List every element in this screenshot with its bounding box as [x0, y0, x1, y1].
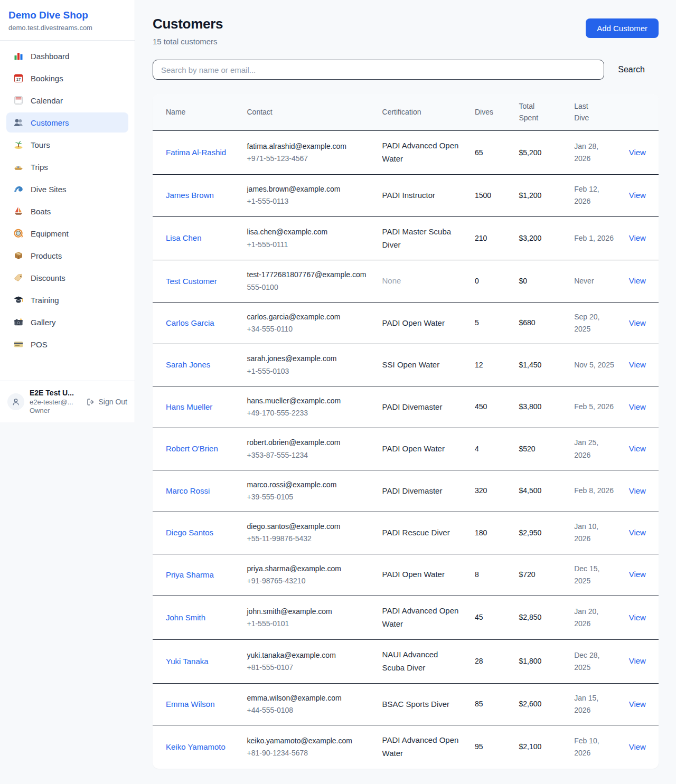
customer-last-dive: Jan 15, 2026	[574, 694, 598, 714]
add-customer-button[interactable]: Add Customer	[586, 18, 659, 38]
customer-last-dive: Feb 8, 2026	[574, 486, 614, 495]
customer-dives: 28	[475, 657, 483, 665]
col-header-last-dive: Last Dive	[568, 94, 622, 131]
customer-name-link[interactable]: Fatima Al-Rashid	[166, 148, 226, 157]
customer-last-dive: Jan 20, 2026	[574, 607, 598, 628]
customer-certification: BSAC Sports Diver	[382, 700, 450, 709]
bar-chart-icon	[13, 51, 24, 61]
page-title: Customers	[153, 16, 223, 32]
customer-certification: PADI Instructor	[382, 191, 436, 200]
sidebar-item-customers[interactable]: Customers	[6, 112, 128, 133]
customer-email: sarah.jones@example.com	[247, 353, 370, 365]
sidebar-item-pos[interactable]: POS	[6, 334, 128, 354]
sidebar-item-discounts[interactable]: Discounts	[6, 268, 128, 288]
table-row: Carlos Garcia carlos.garcia@example.com …	[153, 302, 659, 344]
customer-email: diego.santos@example.com	[247, 521, 370, 533]
sidebar-item-tours[interactable]: Tours	[6, 135, 128, 155]
sign-out-button[interactable]: Sign Out	[86, 398, 127, 407]
customer-name-link[interactable]: Marco Rossi	[166, 486, 210, 495]
view-customer-link[interactable]: View	[629, 360, 646, 369]
customer-phone: +81-90-1234-5678	[247, 747, 370, 759]
col-header-actions	[623, 94, 659, 131]
view-customer-link[interactable]: View	[629, 700, 646, 709]
customer-dives: 12	[475, 361, 483, 369]
view-customer-link[interactable]: View	[629, 276, 646, 285]
customer-name-link[interactable]: Yuki Tanaka	[166, 657, 209, 666]
island-icon	[13, 139, 24, 150]
table-row: James Brown james.brown@example.com +1-5…	[153, 175, 659, 216]
customer-name-link[interactable]: Robert O'Brien	[166, 444, 218, 453]
customer-name-link[interactable]: Lisa Chen	[166, 233, 202, 242]
view-customer-link[interactable]: View	[629, 486, 646, 495]
customer-count: 15 total customers	[153, 37, 223, 46]
col-header-certification: Certification	[376, 94, 468, 131]
user-role: Owner	[30, 407, 81, 415]
customer-name-link[interactable]: Keiko Yamamoto	[166, 742, 226, 751]
table-row: Hans Mueller hans.mueller@example.com +4…	[153, 386, 659, 428]
customer-name-link[interactable]: Carlos Garcia	[166, 318, 214, 327]
customer-email: keiko.yamamoto@example.com	[247, 735, 370, 747]
customer-name-link[interactable]: Test Customer	[166, 277, 217, 286]
customer-name-link[interactable]: John Smith	[166, 613, 205, 622]
table-row: Priya Sharma priya.sharma@example.com +9…	[153, 554, 659, 596]
search-bar: Search	[153, 60, 659, 80]
table-row: Emma Wilson emma.wilson@example.com +44-…	[153, 683, 659, 725]
customer-name-link[interactable]: Hans Mueller	[166, 402, 212, 411]
sign-out-label: Sign Out	[99, 398, 127, 406]
customer-phone: 555-0100	[247, 281, 370, 294]
search-button[interactable]: Search	[604, 65, 659, 74]
customer-email: test-1772681807767@example.com	[247, 269, 370, 281]
camera-icon	[13, 317, 24, 327]
table-row: Test Customer test-1772681807767@example…	[153, 260, 659, 302]
customer-name-link[interactable]: Sarah Jones	[166, 360, 210, 369]
sidebar-item-bookings[interactable]: 17Bookings	[6, 68, 128, 88]
sidebar-item-dive-sites[interactable]: Dive Sites	[6, 179, 128, 199]
view-customer-link[interactable]: View	[629, 528, 646, 537]
sidebar-item-trips[interactable]: Trips	[6, 157, 128, 177]
sidebar-item-boats[interactable]: Boats	[6, 201, 128, 221]
view-customer-link[interactable]: View	[629, 148, 646, 157]
customer-email: john.smith@example.com	[247, 606, 370, 618]
col-header-total-spent: Total Spent	[513, 94, 568, 131]
sailboat-icon	[13, 206, 24, 216]
customers-table-card: Name Contact Certification Dives Total S…	[153, 94, 659, 769]
sidebar-header: Demo Dive Shop demo.test.divestreams.com	[0, 0, 135, 41]
sidebar-item-label: Discounts	[31, 273, 65, 282]
table-row: Marco Rossi marco.rossi@example.com +39-…	[153, 470, 659, 512]
view-customer-link[interactable]: View	[629, 191, 646, 200]
customer-total-spent: $5,200	[519, 148, 542, 157]
view-customer-link[interactable]: View	[629, 613, 646, 622]
sidebar-item-products[interactable]: Products	[6, 245, 128, 266]
view-customer-link[interactable]: View	[629, 318, 646, 327]
shop-title: Demo Dive Shop	[8, 10, 126, 21]
customer-total-spent: $2,850	[519, 613, 542, 621]
sidebar-item-gallery[interactable]: Gallery	[6, 312, 128, 332]
customer-total-spent: $680	[519, 318, 536, 327]
sidebar-item-training[interactable]: Training	[6, 290, 128, 310]
view-customer-link[interactable]: View	[629, 444, 646, 453]
view-customer-link[interactable]: View	[629, 570, 646, 579]
sidebar-item-equipment[interactable]: Equipment	[6, 223, 128, 243]
view-customer-link[interactable]: View	[629, 402, 646, 411]
customer-name-link[interactable]: Emma Wilson	[166, 700, 215, 709]
sidebar-item-label: Calendar	[31, 96, 63, 105]
col-header-dives: Dives	[468, 94, 513, 131]
customer-total-spent: $2,600	[519, 700, 542, 708]
customer-email: emma.wilson@example.com	[247, 692, 370, 704]
view-customer-link[interactable]: View	[629, 233, 646, 242]
sidebar-item-label: POS	[31, 340, 48, 349]
sidebar-user-footer: E2E Test U... e2e-tester@... Owner Sign …	[0, 381, 135, 422]
svg-text:17: 17	[16, 77, 21, 82]
users-icon	[13, 117, 24, 128]
view-customer-link[interactable]: View	[629, 742, 646, 751]
customer-name-link[interactable]: Diego Santos	[166, 528, 213, 537]
customer-name-link[interactable]: James Brown	[166, 191, 214, 200]
customer-dives: 5	[475, 318, 479, 327]
customer-last-dive: Jan 28, 2026	[574, 142, 598, 163]
package-icon	[13, 250, 24, 261]
sidebar-item-dashboard[interactable]: Dashboard	[6, 46, 128, 66]
search-input[interactable]	[153, 60, 604, 80]
view-customer-link[interactable]: View	[629, 656, 646, 665]
sidebar-item-calendar[interactable]: Calendar	[6, 90, 128, 110]
customer-name-link[interactable]: Priya Sharma	[166, 570, 214, 579]
